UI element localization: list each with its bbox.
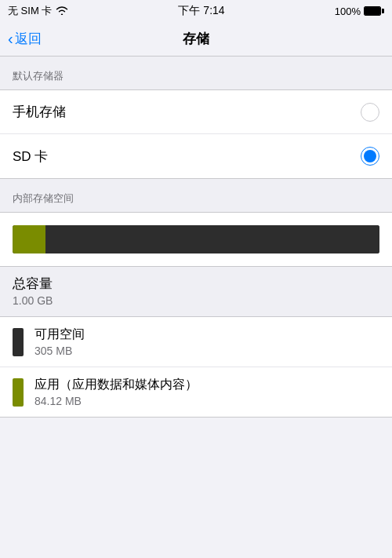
nav-title: 存储	[183, 30, 209, 48]
storage-bar-container	[0, 212, 392, 267]
legend-available-size: 305 MB	[34, 345, 85, 357]
default-storage-list: 手机存储 SD 卡	[0, 89, 392, 179]
capacity-label: 总容量	[13, 275, 379, 293]
back-button[interactable]: ‹ 返回	[8, 30, 42, 48]
phone-storage-radio[interactable]	[361, 103, 379, 122]
capacity-section: 总容量 1.00 GB	[0, 267, 392, 310]
legend-available-item: 可用空间 305 MB	[0, 317, 392, 367]
capacity-value: 1.00 GB	[13, 294, 379, 307]
storage-bar	[13, 225, 379, 253]
sd-card-radio[interactable]	[361, 147, 379, 166]
legend-apps-name: 应用（应用数据和媒体内容）	[34, 377, 198, 393]
status-left: 无 SIM 卡	[8, 4, 68, 18]
back-label: 返回	[15, 30, 42, 48]
legend-group: 可用空间 305 MB 应用（应用数据和媒体内容） 84.12 MB	[0, 316, 392, 418]
legend-available-text: 可用空间 305 MB	[34, 326, 85, 357]
carrier-label: 无 SIM 卡	[8, 4, 52, 18]
sd-card-label: SD 卡	[13, 148, 48, 166]
radio-inner-dot	[364, 150, 376, 162]
content-area: 默认存储器 手机存储 SD 卡 内部存储空间 总容量 1.00 GB	[0, 57, 392, 418]
nav-bar: ‹ 返回 存储	[0, 22, 392, 57]
status-right: 100%	[335, 5, 384, 17]
status-bar: 无 SIM 卡 下午 7:14 100%	[0, 0, 392, 22]
internal-storage-header: 内部存储空间	[0, 179, 392, 212]
legend-available-name: 可用空间	[34, 326, 85, 343]
battery-percent: 100%	[335, 5, 361, 17]
battery-icon	[364, 6, 384, 16]
wifi-icon	[56, 5, 68, 17]
sd-card-item[interactable]: SD 卡	[0, 134, 392, 178]
legend-apps-color	[13, 378, 24, 407]
phone-storage-item[interactable]: 手机存储	[0, 90, 392, 134]
legend-apps-text: 应用（应用数据和媒体内容） 84.12 MB	[34, 377, 198, 407]
status-time: 下午 7:14	[178, 4, 224, 18]
legend-apps-item: 应用（应用数据和媒体内容） 84.12 MB	[0, 367, 392, 417]
legend-available-color	[13, 328, 24, 356]
default-storage-header: 默认存储器	[0, 57, 392, 89]
back-chevron-icon: ‹	[8, 30, 13, 48]
storage-bar-used	[13, 225, 45, 253]
storage-bar-free	[45, 225, 379, 253]
phone-storage-label: 手机存储	[13, 103, 66, 121]
legend-apps-size: 84.12 MB	[34, 395, 198, 407]
